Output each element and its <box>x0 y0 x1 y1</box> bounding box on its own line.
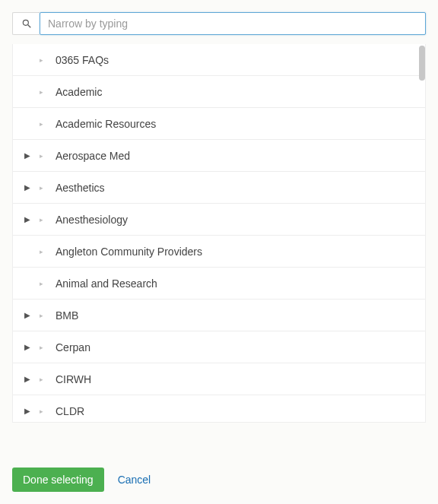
search-icon <box>12 12 40 35</box>
list-item-label: CIRWH <box>56 373 91 385</box>
search-row <box>12 12 426 35</box>
list-item-label: Academic Resources <box>56 118 156 130</box>
list-item-label: Anesthesiology <box>56 214 128 226</box>
list-item[interactable]: ▶▸0365 FAQs <box>13 44 425 76</box>
list-item[interactable]: ▶▸Academic Resources <box>13 108 425 140</box>
marker-icon: ▸ <box>36 184 46 192</box>
expand-triangle-icon[interactable]: ▶ <box>22 343 33 351</box>
marker-icon: ▸ <box>36 376 46 383</box>
svg-point-0 <box>23 20 28 25</box>
list-item-label: CLDR <box>56 405 84 417</box>
list[interactable]: ▶▸0365 FAQs▶▸Academic▶▸Academic Resource… <box>13 44 425 422</box>
list-item-label: Academic <box>56 86 102 98</box>
marker-icon: ▸ <box>36 120 46 128</box>
list-item-label: Animal and Research <box>56 277 157 290</box>
marker-icon: ▸ <box>36 216 46 223</box>
list-item[interactable]: ▶▸CLDR <box>13 395 425 422</box>
list-item-label: 0365 FAQs <box>56 54 109 66</box>
list-item-label: Aesthetics <box>56 182 105 194</box>
list-item[interactable]: ▶▸Aesthetics <box>13 172 425 204</box>
list-item[interactable]: ▶▸Anesthesiology <box>13 204 425 236</box>
list-item[interactable]: ▶▸Animal and Research <box>13 268 425 300</box>
list-item-label: Angleton Community Providers <box>56 246 202 258</box>
list-item-label: Cerpan <box>56 341 90 353</box>
expand-triangle-icon[interactable]: ▶ <box>22 183 33 192</box>
list-item-label: Aerospace Med <box>56 150 130 162</box>
list-container: ▶▸0365 FAQs▶▸Academic▶▸Academic Resource… <box>12 44 426 423</box>
marker-icon: ▸ <box>36 88 46 96</box>
expand-triangle-icon[interactable]: ▶ <box>22 215 33 223</box>
list-item[interactable]: ▶▸Academic <box>13 76 425 108</box>
list-item[interactable]: ▶▸BMB <box>13 300 425 331</box>
expand-triangle-icon[interactable]: ▶ <box>22 375 33 383</box>
expand-triangle-icon[interactable]: ▶ <box>22 407 33 415</box>
list-item-label: BMB <box>56 309 78 322</box>
expand-triangle-icon[interactable]: ▶ <box>22 151 33 160</box>
marker-icon: ▸ <box>36 248 46 255</box>
cancel-button[interactable]: Cancel <box>118 474 151 486</box>
svg-line-1 <box>27 25 30 28</box>
marker-icon: ▸ <box>36 280 46 287</box>
list-item[interactable]: ▶▸Cerpan <box>13 331 425 363</box>
marker-icon: ▸ <box>36 407 46 415</box>
marker-icon: ▸ <box>36 152 46 160</box>
marker-icon: ▸ <box>36 344 46 351</box>
list-item[interactable]: ▶▸Angleton Community Providers <box>13 236 425 268</box>
scrollbar-thumb[interactable] <box>419 46 425 81</box>
footer: Done selecting Cancel <box>12 468 151 492</box>
search-input[interactable] <box>40 12 426 35</box>
done-selecting-button[interactable]: Done selecting <box>12 468 104 492</box>
expand-triangle-icon[interactable]: ▶ <box>22 311 33 319</box>
marker-icon: ▸ <box>36 312 46 319</box>
list-item[interactable]: ▶▸Aerospace Med <box>13 140 425 172</box>
list-item[interactable]: ▶▸CIRWH <box>13 363 425 395</box>
marker-icon: ▸ <box>36 56 46 64</box>
